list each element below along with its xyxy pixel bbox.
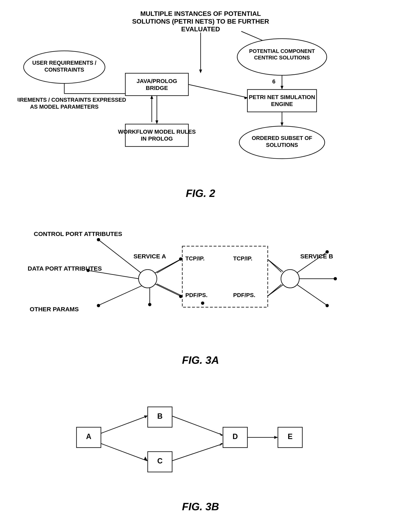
svg-text:PETRI NET SIMULATION: PETRI NET SIMULATION <box>249 94 315 100</box>
svg-text:A: A <box>86 432 91 441</box>
svg-text:D: D <box>233 432 238 441</box>
svg-text:B: B <box>157 412 163 420</box>
fig2-diagram: MULTIPLE INSTANCES OF POTENTIAL SOLUTION… <box>18 8 384 183</box>
svg-text:TCP/IP.: TCP/IP. <box>233 255 252 262</box>
svg-line-76 <box>157 284 183 296</box>
svg-point-57 <box>148 303 151 306</box>
svg-text:ENGINE: ENGINE <box>271 101 293 107</box>
svg-text:6: 6 <box>272 78 275 85</box>
svg-marker-36 <box>280 122 283 126</box>
svg-line-91 <box>101 443 147 461</box>
svg-text:CONTROL PORT ATTRIBUTES: CONTROL PORT ATTRIBUTES <box>34 230 122 237</box>
svg-text:TCP/IP.: TCP/IP. <box>185 255 204 262</box>
svg-point-74 <box>325 304 329 307</box>
svg-text:SERVICE B: SERVICE B <box>300 253 333 260</box>
fig3a-diagram: CONTROL PORT ATTRIBUTES SERVICE A DATA P… <box>18 212 384 350</box>
svg-line-93 <box>172 416 222 435</box>
svg-text:PDF/PS.: PDF/PS. <box>233 292 255 298</box>
svg-point-65 <box>281 270 299 288</box>
svg-line-77 <box>268 260 281 272</box>
svg-text:USER REQUIREMENTS /: USER REQUIREMENTS / <box>32 60 96 66</box>
svg-text:SOLUTIONS (PETRI NETS) TO BE F: SOLUTIONS (PETRI NETS) TO BE FURTHER <box>132 18 269 25</box>
fig2-caption: FIG. 2 <box>8 187 393 199</box>
svg-text:EVALUATED: EVALUATED <box>181 25 220 33</box>
svg-point-70 <box>325 250 329 253</box>
svg-line-95 <box>172 444 222 461</box>
svg-text:PDF/PS.: PDF/PS. <box>185 292 208 298</box>
svg-text:SERVICE A: SERVICE A <box>134 253 166 260</box>
svg-text:ORDERED SUBSET OF: ORDERED SUBSET OF <box>252 135 312 141</box>
fig3b-caption: FIG. 3B <box>8 500 393 513</box>
svg-line-40 <box>188 84 247 98</box>
svg-text:JAVA/PROLOG: JAVA/PROLOG <box>137 78 177 84</box>
svg-text:AS MODEL PARAMETERS: AS MODEL PARAMETERS <box>30 104 98 110</box>
page: MULTIPLE INSTANCES OF POTENTIAL SOLUTION… <box>0 0 401 532</box>
svg-marker-30 <box>280 86 283 89</box>
svg-line-89 <box>101 416 147 433</box>
svg-rect-32 <box>247 89 317 112</box>
svg-rect-23 <box>125 124 188 146</box>
svg-text:WORKFLOW MODEL RULES: WORKFLOW MODEL RULES <box>118 129 196 135</box>
fig3b-section: A B C D E <box>8 382 393 513</box>
svg-text:OTHER PARAMS: OTHER PARAMS <box>30 306 79 312</box>
svg-line-78 <box>268 285 281 296</box>
svg-point-49 <box>86 269 90 272</box>
svg-rect-16 <box>125 73 188 96</box>
svg-line-54 <box>155 284 180 296</box>
svg-marker-4 <box>199 70 202 73</box>
svg-text:IN PROLOG: IN PROLOG <box>141 135 173 142</box>
fig3b-diagram: A B C D E <box>18 382 384 496</box>
svg-text:CENTRIC SOLUTIONS: CENTRIC SOLUTIONS <box>254 55 310 61</box>
svg-text:POTENTIAL COMPONENT: POTENTIAL COMPONENT <box>249 48 315 54</box>
svg-text:SOLUTIONS: SOLUTIONS <box>266 142 298 148</box>
svg-line-50 <box>99 286 142 305</box>
svg-line-52 <box>155 260 180 273</box>
svg-text:C: C <box>157 457 163 465</box>
fig3a-section: CONTROL PORT ATTRIBUTES SERVICE A DATA P… <box>8 212 393 366</box>
svg-text:BRIDGE: BRIDGE <box>146 85 168 91</box>
svg-line-48 <box>89 271 139 279</box>
svg-text:MULTIPLE INSTANCES OF POTENTIA: MULTIPLE INSTANCES OF POTENTIAL <box>140 10 261 17</box>
svg-marker-20 <box>155 120 158 124</box>
svg-point-51 <box>97 304 100 307</box>
svg-text:REQUIREMENTS / CONSTRAINTS EXP: REQUIREMENTS / CONSTRAINTS EXPRESSED <box>18 97 126 103</box>
svg-line-75 <box>157 258 183 273</box>
svg-line-73 <box>297 285 327 305</box>
svg-point-72 <box>334 277 337 280</box>
svg-point-47 <box>97 238 100 241</box>
fig2-section: MULTIPLE INSTANCES OF POTENTIAL SOLUTION… <box>8 8 393 199</box>
svg-point-64 <box>201 302 204 305</box>
svg-marker-98 <box>274 436 278 439</box>
svg-point-45 <box>139 270 157 288</box>
svg-text:CONSTRAINTS: CONSTRAINTS <box>44 67 84 73</box>
svg-text:E: E <box>287 432 292 441</box>
fig3a-caption: FIG. 3A <box>8 354 393 366</box>
